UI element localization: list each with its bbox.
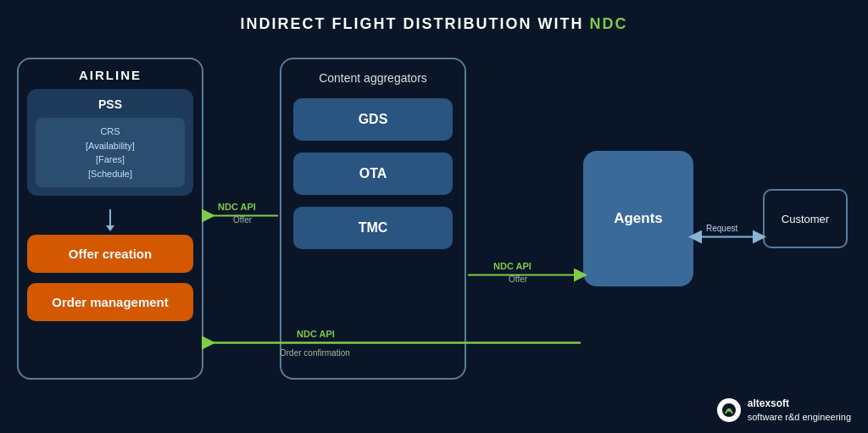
svg-text:NDC API: NDC API	[218, 202, 256, 212]
svg-text:Offer: Offer	[509, 275, 528, 284]
ota-box: OTA	[293, 153, 453, 195]
customer-label: Customer	[782, 213, 829, 225]
svg-text:NDC API: NDC API	[493, 261, 531, 271]
agents-box: Agents	[583, 151, 693, 286]
svg-text:Offer: Offer	[233, 215, 253, 225]
svg-point-13	[727, 408, 731, 412]
pss-to-offer-arrow	[109, 209, 111, 226]
tmc-box: TMC	[293, 207, 453, 249]
logo-area: altexsoft software r&d engineering	[717, 397, 851, 423]
ndc-highlight: NDC	[589, 15, 627, 32]
diagram: AIRLINE PSS CRS [Availability][Fares][Sc…	[17, 49, 851, 425]
crs-items: [Availability][Fares][Schedule]	[46, 139, 175, 181]
pss-box: PSS CRS [Availability][Fares][Schedule]	[27, 89, 193, 196]
gds-box: GDS	[293, 98, 453, 141]
pss-label: PSS	[36, 97, 185, 111]
title-text: INDIRECT FLIGHT DISTRIBUTION WITH	[241, 15, 590, 32]
crs-box: CRS [Availability][Fares][Schedule]	[36, 118, 185, 187]
logo-text: altexsoft software r&d engineering	[748, 397, 851, 423]
airline-label: AIRLINE	[27, 68, 193, 82]
order-management-box: Order management	[27, 283, 193, 321]
crs-label: CRS	[46, 125, 175, 139]
page-title: INDIRECT FLIGHT DISTRIBUTION WITH NDC	[0, 0, 868, 33]
logo-icon	[717, 398, 741, 422]
aggregators-box: Content aggregators GDS OTA TMC	[280, 58, 466, 380]
offer-creation-box: Offer creation	[27, 235, 193, 273]
svg-text:Request: Request	[706, 224, 737, 233]
aggregators-label: Content aggregators	[293, 71, 453, 85]
customer-box: Customer	[763, 189, 848, 248]
agents-label: Agents	[614, 210, 663, 227]
airline-box: AIRLINE PSS CRS [Availability][Fares][Sc…	[17, 58, 203, 380]
